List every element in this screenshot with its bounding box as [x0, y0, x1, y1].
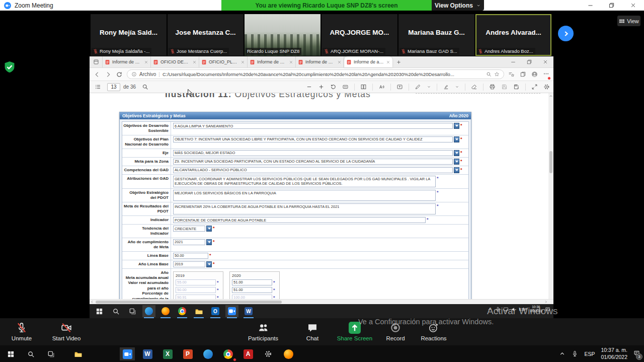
tab-close-icon[interactable] [240, 60, 245, 64]
shared-taskbar-chrome[interactable] [176, 305, 189, 317]
dropdown-button[interactable] [206, 239, 212, 245]
tab-preview-button[interactable] [90, 56, 103, 67]
restore-button[interactable] [604, 1, 619, 10]
tab-close-icon[interactable] [144, 60, 148, 64]
taskbar-search[interactable] [23, 347, 38, 360]
url-field[interactable]: Archivo | C:/Users/rluque/Documents/Info… [127, 69, 504, 79]
fullscreen-icon[interactable] [531, 84, 538, 90]
page-number-input[interactable]: 13 [107, 83, 120, 91]
vertical-scrollbar[interactable] [548, 93, 553, 299]
tab-close-icon[interactable] [289, 60, 293, 64]
table-of-contents-icon[interactable] [95, 84, 101, 90]
form-select-value[interactable]: CRECIENTE [173, 226, 205, 232]
year-value-input[interactable]: 51.00 [232, 279, 272, 285]
browser-minimize-button[interactable] [505, 56, 521, 67]
participants-button[interactable]: Participants [243, 321, 283, 341]
browser-tab[interactable]: OFICIO DESIGNACIÓN [151, 56, 199, 67]
view-layout-button[interactable]: View [617, 16, 640, 26]
taskbar-powerpoint[interactable]: P [180, 347, 195, 360]
participant-tile[interactable]: Jose Mestanza C...Jose Mestanza Cuerp... [168, 14, 244, 56]
browser-tab[interactable]: Informe de avance al [344, 56, 392, 67]
shared-taskbar-explorer[interactable] [192, 305, 205, 317]
dropdown-button[interactable] [454, 136, 459, 142]
chat-button[interactable]: Chat [299, 321, 326, 341]
taskbar-excel[interactable]: X [160, 347, 175, 360]
language-indicator[interactable]: ESP [584, 351, 595, 357]
chevron-down-icon[interactable] [455, 85, 459, 89]
taskbar-edge[interactable] [200, 347, 215, 360]
horizontal-scrollbar[interactable] [90, 299, 553, 304]
print-icon[interactable] [489, 84, 496, 90]
taskbar-firefox[interactable] [281, 347, 296, 360]
browser-tab[interactable]: OFICIO_PLANIFICA_EC [199, 56, 248, 67]
taskbar-explorer[interactable] [70, 347, 86, 360]
form-select-value[interactable]: ALCANTARILLADO - SERVICIO PÚBLICO [173, 167, 453, 173]
taskbar-settings[interactable] [261, 347, 276, 360]
erase-icon[interactable] [471, 84, 477, 90]
zoom-page-icon[interactable] [486, 71, 492, 77]
page-view-icon[interactable] [360, 84, 367, 90]
shared-taskbar-firefox[interactable] [159, 305, 172, 317]
form-select-value[interactable]: 2021 [173, 239, 205, 245]
tab-close-icon[interactable] [192, 60, 197, 64]
start-video-button[interactable]: Start Video [46, 321, 87, 341]
forward-icon[interactable] [105, 71, 112, 78]
draw-icon[interactable] [415, 84, 421, 90]
save-icon[interactable] [501, 84, 508, 90]
horizontal-scroll-thumb[interactable] [96, 301, 282, 304]
form-input[interactable]: 50.00 [173, 253, 208, 259]
shared-taskbar-edge[interactable] [142, 305, 155, 317]
taskbar-chrome[interactable] [220, 347, 235, 360]
shared-taskbar-zoom[interactable] [225, 305, 238, 317]
taskbar-word[interactable]: W [140, 347, 155, 360]
browser-tab[interactable]: Informe de avance al [296, 56, 344, 67]
search-icon[interactable] [142, 84, 148, 90]
back-icon[interactable] [94, 71, 101, 78]
taskbar-acrobat[interactable]: A [240, 347, 256, 360]
minimize-button[interactable] [583, 1, 598, 10]
form-textarea[interactable]: GESTIONAR, COORDINAR Y ADMINISTRAR LOS S… [173, 176, 436, 188]
zoom-out-icon[interactable] [306, 84, 312, 90]
collections-icon[interactable] [520, 71, 526, 78]
favorites-bar-icon[interactable] [508, 71, 515, 78]
browser-restore-button[interactable] [521, 56, 537, 67]
chevron-down-icon[interactable] [427, 85, 431, 89]
pdf-settings-icon[interactable] [543, 84, 550, 90]
tray-expand-icon[interactable] [559, 350, 566, 357]
form-select-value[interactable]: 2019 [173, 261, 205, 267]
taskbar-mic-icon[interactable] [572, 350, 578, 357]
year-value-input[interactable]: 51.00 [232, 287, 272, 293]
form-textarea[interactable]: INCREMENTAR 20% LA COBERTURA DE AGUA POT… [173, 203, 436, 214]
form-input[interactable]: PORCENTAJE DE COBERTURA DE AGUA POTABLE [173, 217, 426, 223]
dropdown-button[interactable] [454, 123, 459, 129]
view-options-button[interactable]: View Options [432, 0, 484, 11]
close-button[interactable] [625, 1, 640, 10]
browser-tab[interactable]: Informe de avance al c [103, 56, 151, 67]
dropdown-button[interactable] [206, 261, 212, 267]
dropdown-button[interactable] [206, 226, 212, 232]
filmstrip-next-button[interactable] [558, 26, 574, 41]
add-text-icon[interactable] [396, 84, 403, 90]
taskbar-zoom[interactable] [120, 347, 135, 360]
profile-avatar[interactable] [531, 71, 538, 78]
dropdown-button[interactable] [454, 167, 459, 173]
vertical-scroll-thumb[interactable] [549, 151, 552, 173]
unmute-button[interactable]: Unmute [5, 321, 38, 341]
browser-menu-button[interactable] [543, 70, 549, 79]
shared-taskbar-outlook[interactable]: O [209, 305, 222, 317]
participant-tile[interactable]: Rony Mejía Sald...Rony Mejía Saldaña -..… [91, 14, 167, 56]
browser-close-button[interactable] [537, 56, 553, 67]
info-icon[interactable] [131, 71, 137, 77]
tab-close-icon[interactable] [337, 60, 342, 64]
rotate-icon[interactable] [330, 84, 337, 90]
dropdown-button[interactable] [454, 150, 459, 156]
form-select-value[interactable]: Z9. INCENTIVAR UNA SOCIEDAD PARTICIPATIV… [173, 159, 453, 165]
zoom-in-icon[interactable] [318, 84, 325, 90]
new-tab-button[interactable] [392, 56, 405, 67]
form-select-value[interactable]: OBJETIVO 7: INCENTIVAR UNA SOCIEDAD LIBR… [173, 136, 453, 142]
shared-taskbar-taskview[interactable] [126, 305, 139, 317]
participant-tile[interactable]: Andres Alvarad...Andres Alvarado Boz... [475, 14, 551, 56]
fit-width-icon[interactable] [342, 84, 349, 90]
taskbar-start[interactable] [3, 347, 18, 360]
refresh-icon[interactable] [116, 71, 123, 78]
